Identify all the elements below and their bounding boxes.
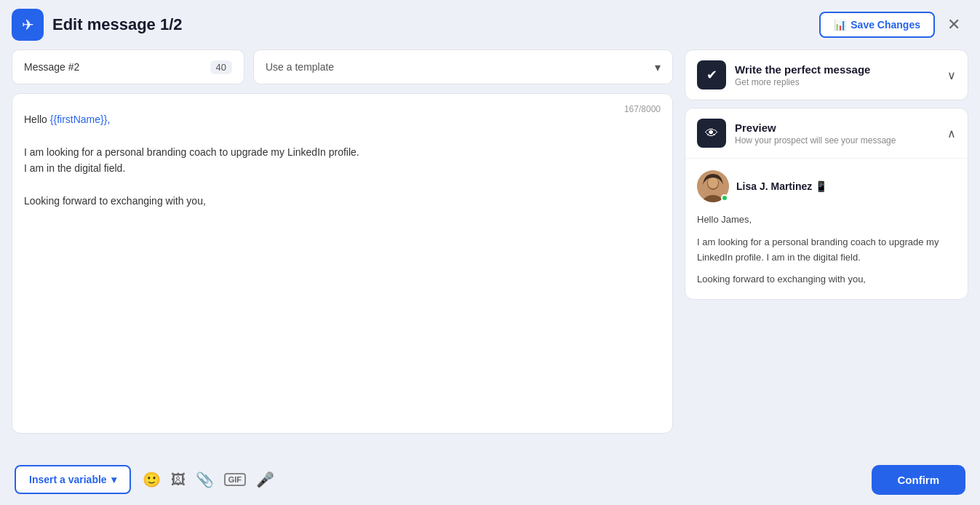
- insert-variable-button[interactable]: Insert a variable ▾: [15, 465, 131, 494]
- message-line4: Looking forward to exchanging with you,: [24, 193, 661, 209]
- tips-icon: ✔: [697, 60, 726, 90]
- editor-area[interactable]: 167/8000 Hello {{firstName}}, I am looki…: [12, 93, 673, 434]
- chevron-down-icon: ▾: [655, 60, 661, 74]
- header-right: 📊 Save Changes ✕: [819, 12, 965, 38]
- message-label-box: Message #2 40: [12, 49, 244, 84]
- preview-body-line1: I am looking for a personal branding coa…: [697, 235, 956, 266]
- avatar-wrapper: [697, 170, 729, 202]
- preview-icon: 👁: [697, 119, 726, 148]
- header: ✈ Edit message 1/2 📊 Save Changes ✕: [0, 0, 980, 49]
- preview-body: Lisa J. Martinez 📱 Hello James, I am loo…: [685, 159, 968, 299]
- controls-row: Message #2 40 Use a template ▾: [12, 49, 673, 84]
- insert-variable-label: Insert a variable: [29, 474, 107, 485]
- toolbar-icons: 🙂 🖼 📎 GIF 🎤: [143, 471, 274, 488]
- tips-card: ✔ Write the perfect message Get more rep…: [685, 49, 968, 100]
- emoji-icon[interactable]: 🙂: [143, 471, 161, 488]
- confirm-button[interactable]: Confirm: [872, 465, 966, 495]
- preview-user-name: Lisa J. Martinez 📱: [736, 180, 827, 192]
- save-changes-button[interactable]: 📊 Save Changes: [819, 12, 935, 38]
- preview-title: Preview: [735, 122, 896, 134]
- main-content: Message #2 40 Use a template ▾ 167/8000 …: [0, 49, 980, 445]
- right-panel: ✔ Write the perfect message Get more rep…: [685, 49, 968, 434]
- preview-header: 👁 Preview How your prospect will see you…: [685, 108, 968, 159]
- preview-user-row: Lisa J. Martinez 📱: [697, 170, 956, 202]
- template-dropdown-text: Use a template: [266, 61, 334, 73]
- preview-message-text: Hello James, I am looking for a personal…: [697, 212, 956, 287]
- online-indicator: [721, 194, 728, 202]
- tips-card-header: ✔ Write the perfect message Get more rep…: [685, 50, 968, 100]
- greeting-prefix: Hello: [24, 114, 50, 125]
- template-dropdown[interactable]: Use a template ▾: [253, 49, 673, 84]
- message-label: Message #2: [24, 61, 79, 73]
- tips-subtitle: Get more replies: [735, 77, 870, 87]
- page-title: Edit message 1/2: [52, 15, 183, 34]
- logo-icon: ✈: [12, 9, 44, 41]
- preview-subtitle: How your prospect will see your message: [735, 135, 896, 146]
- gif-icon[interactable]: GIF: [224, 473, 246, 486]
- preview-card: 👁 Preview How your prospect will see you…: [685, 108, 968, 300]
- preview-body-line2: Looking forward to exchanging with you,: [697, 272, 956, 287]
- preview-collapse-icon[interactable]: ∧: [947, 127, 956, 140]
- footer-toolbar: Insert a variable ▾ 🙂 🖼 📎 GIF 🎤 Confirm: [0, 454, 980, 505]
- tips-title: Write the perfect message: [735, 63, 870, 76]
- footer-left: Insert a variable ▾ 🙂 🖼 📎 GIF 🎤: [15, 465, 274, 494]
- close-button[interactable]: ✕: [942, 13, 965, 36]
- tips-card-header-left: ✔ Write the perfect message Get more rep…: [697, 60, 870, 90]
- message-line3: I am in the digital field.: [24, 160, 661, 176]
- microphone-icon[interactable]: 🎤: [256, 471, 274, 488]
- svg-point-3: [708, 177, 718, 188]
- char-counter: 167/8000: [624, 104, 661, 114]
- left-panel: Message #2 40 Use a template ▾ 167/8000 …: [12, 49, 673, 434]
- preview-greeting: Hello James,: [697, 212, 956, 228]
- tips-collapse-icon[interactable]: ∨: [947, 68, 956, 82]
- char-count-badge: 40: [210, 60, 232, 74]
- header-left: ✈ Edit message 1/2: [12, 9, 183, 41]
- message-line2: I am looking for a personal branding coa…: [24, 144, 661, 160]
- firstname-variable: {{firstName}},: [50, 114, 111, 125]
- attachment-icon[interactable]: 📎: [196, 471, 214, 488]
- save-icon: 📊: [834, 19, 846, 31]
- insert-variable-chevron: ▾: [111, 474, 116, 485]
- message-body: Hello {{firstName}}, I am looking for a …: [24, 111, 661, 209]
- image-icon[interactable]: 🖼: [171, 472, 186, 488]
